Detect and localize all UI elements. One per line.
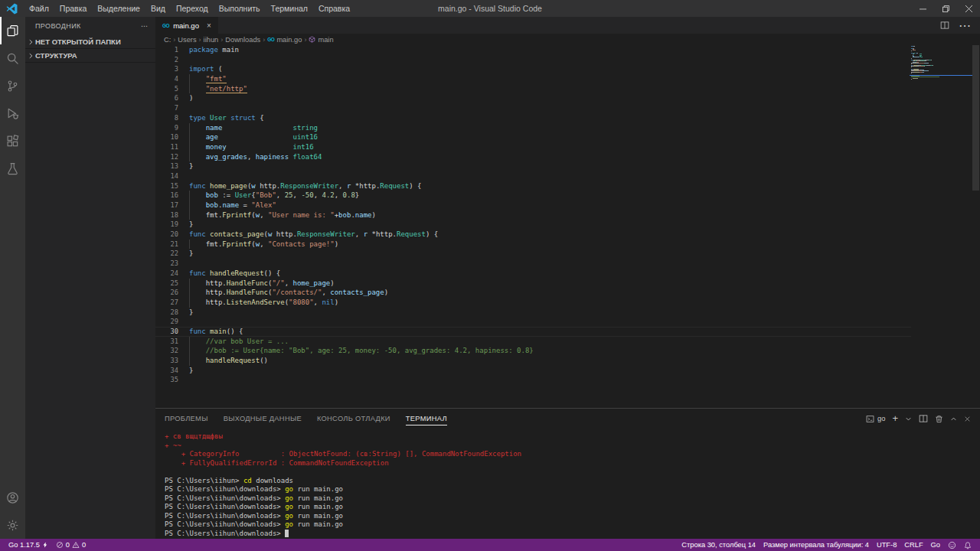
chevron-down-icon[interactable] xyxy=(905,416,912,422)
menu-item[interactable]: Терминал xyxy=(266,0,313,17)
kill-terminal-icon[interactable] xyxy=(935,415,943,423)
code-line[interactable]: 3import ( xyxy=(155,64,911,74)
code-line[interactable]: 32 //bob := User{name: "Bob", age: 25, m… xyxy=(155,346,911,356)
close-panel-icon[interactable] xyxy=(964,416,971,422)
panel-tab[interactable]: ПРОБЛЕМЫ xyxy=(165,409,208,429)
editor-scrollbar[interactable] xyxy=(972,45,980,408)
eol-status[interactable]: CRLF xyxy=(900,541,926,549)
warning-icon xyxy=(72,541,80,549)
code-line[interactable]: 27 http.ListenAndServe("8080", nil) xyxy=(155,298,911,308)
code-line[interactable]: 23 xyxy=(155,259,911,269)
code-line[interactable]: 10 age uint16 xyxy=(155,132,911,142)
breadcrumb-item[interactable]: C: xyxy=(164,36,171,44)
more-actions-icon[interactable]: ⋯ xyxy=(141,22,149,30)
code-line[interactable]: 26 http.HandleFunc("/contacts/", contact… xyxy=(155,288,911,298)
menu-item[interactable]: Выделение xyxy=(92,0,145,17)
code-line[interactable]: 11 money int16 xyxy=(155,142,911,152)
code-line[interactable]: 12 avg_grades, hapiness float64 xyxy=(155,152,911,162)
new-terminal-icon[interactable]: + xyxy=(892,415,898,422)
terminal-profile[interactable]: go xyxy=(866,415,885,423)
cursor-position-status[interactable]: Строка 30, столбец 14 xyxy=(678,541,760,549)
activity-testing[interactable] xyxy=(0,155,25,182)
sidebar-section-no-folder[interactable]: НЕТ ОТКРЫТОЙ ПАПКИ xyxy=(25,35,155,49)
breadcrumb-item[interactable]: iihun xyxy=(204,36,219,44)
sidebar-section-outline[interactable]: СТРУКТУРА xyxy=(25,49,155,63)
code-line[interactable]: 24func handleRequest() { xyxy=(155,269,911,279)
code-line[interactable]: 13} xyxy=(155,161,911,171)
panel-tab[interactable]: ВЫХОДНЫЕ ДАННЫЕ xyxy=(224,409,302,429)
sidebar-title: ПРОВОДНИК xyxy=(35,22,81,30)
code-line[interactable]: 29 xyxy=(155,317,911,327)
split-editor-icon[interactable] xyxy=(940,21,949,30)
menu-item[interactable]: Файл xyxy=(24,0,54,17)
language-status[interactable]: Go xyxy=(927,541,944,549)
menu-item[interactable]: Выполнить xyxy=(214,0,266,17)
error-icon xyxy=(56,541,64,549)
encoding-status[interactable]: UTF-8 xyxy=(873,541,900,549)
search-icon xyxy=(6,52,19,65)
code-line[interactable]: 8type User struct { xyxy=(155,113,911,123)
breadcrumb-item[interactable]: Downloads xyxy=(225,36,260,44)
breadcrumb-item[interactable]: GOmain.go xyxy=(267,36,302,44)
activity-extensions[interactable] xyxy=(0,127,25,155)
code-line[interactable]: 34} xyxy=(155,366,911,376)
tab-size-status[interactable]: Размер интервала табуляции: 4 xyxy=(760,541,873,549)
tab-close-icon[interactable]: × xyxy=(207,21,211,30)
code-text: age uint16 xyxy=(178,132,318,142)
menu-item[interactable]: Вид xyxy=(145,0,171,17)
activity-settings-gear[interactable] xyxy=(0,511,25,539)
activity-explorer[interactable] xyxy=(0,17,25,44)
breadcrumb-item[interactable]: Users xyxy=(178,36,196,44)
problems-status[interactable]: 0 0 xyxy=(52,541,90,549)
code-text: } xyxy=(178,249,193,259)
minimize-icon[interactable] xyxy=(911,0,934,17)
activity-search[interactable] xyxy=(0,44,25,72)
code-line[interactable]: 21 fmt.Fprintf(w, "Contacts page!") xyxy=(155,240,911,249)
code-editor[interactable]: 1package main23import (4 "fmt"5 "net/htt… xyxy=(155,45,980,408)
code-line[interactable]: 5 "net/http" xyxy=(155,84,911,94)
code-line[interactable]: 6) xyxy=(155,93,911,103)
feedback-icon[interactable] xyxy=(944,541,960,549)
panel-tab[interactable]: ТЕРМИНАЛ xyxy=(406,409,447,429)
split-terminal-icon[interactable] xyxy=(919,414,928,423)
code-line[interactable]: 35 xyxy=(155,375,911,385)
code-line[interactable]: 22} xyxy=(155,249,911,259)
code-line[interactable]: 30func main() { xyxy=(155,327,911,337)
code-line[interactable]: 18 fmt.Fprintf(w, "User name is: "+bob.n… xyxy=(155,210,911,220)
menu-item[interactable]: Переход xyxy=(171,0,214,17)
line-number: 10 xyxy=(155,132,178,142)
menu-item[interactable]: Правка xyxy=(54,0,92,17)
code-line[interactable]: 2 xyxy=(155,55,911,65)
code-line[interactable]: 14 xyxy=(155,171,911,181)
editor-more-actions-icon[interactable]: ⋯ xyxy=(959,18,971,33)
code-line[interactable]: 1package main xyxy=(155,45,911,55)
code-line[interactable]: 31 //var bob User = ... xyxy=(155,337,911,347)
terminal[interactable]: + св вщцтдщфвы+ ~~ + CategoryInfo : Obje… xyxy=(155,429,980,539)
maximize-panel-icon[interactable] xyxy=(950,416,957,422)
code-line[interactable]: 16 bob := User{"Bob", 25, -50, 4.2, 0.8} xyxy=(155,191,911,201)
activity-source-control[interactable] xyxy=(0,72,25,99)
code-line[interactable]: 7 xyxy=(155,103,911,113)
code-line[interactable]: 19} xyxy=(155,220,911,230)
code-line[interactable]: 4 "fmt" xyxy=(155,74,911,84)
code-line[interactable]: 25 http.HandleFunc("/", home_page) xyxy=(155,279,911,289)
restore-icon[interactable] xyxy=(934,0,957,17)
activity-run-debug[interactable] xyxy=(0,99,25,127)
code-line[interactable]: 28} xyxy=(155,308,911,318)
code-line[interactable]: 33 handleRequest() xyxy=(155,356,911,366)
code-line[interactable]: 9 name string xyxy=(155,123,911,133)
go-version-status[interactable]: Go 1.17.5 xyxy=(5,541,52,549)
code-line[interactable]: 15func home_page(w http.ResponseWriter, … xyxy=(155,181,911,191)
code-line[interactable]: 17 bob.name = "Alex" xyxy=(155,201,911,210)
activity-bar xyxy=(0,17,25,539)
breadcrumb-item[interactable]: main xyxy=(309,36,333,44)
tab-main-go[interactable]: GO main.go × xyxy=(155,17,218,34)
code-line[interactable]: 20func contacts_page(w http.ResponseWrit… xyxy=(155,230,911,240)
minimap[interactable] xyxy=(911,46,971,80)
code-text: func contacts_page(w http.ResponseWriter… xyxy=(178,230,438,240)
close-icon[interactable] xyxy=(957,0,980,17)
panel-tab[interactable]: КОНСОЛЬ ОТЛАДКИ xyxy=(317,409,390,429)
bell-icon[interactable] xyxy=(960,541,975,549)
menu-item[interactable]: Справка xyxy=(313,0,355,17)
activity-account[interactable] xyxy=(0,484,25,511)
